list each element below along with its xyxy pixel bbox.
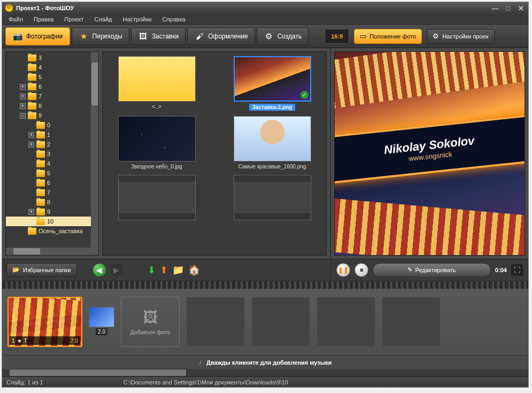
transition-duration: 2.0 [96, 328, 107, 335]
aspect-ratio[interactable]: 16:9 [325, 29, 349, 44]
main-toolbar: 📷 Фотографии ★ Переходы 🖼 Заставки 🖌 Офо… [2, 25, 528, 48]
right-panel: Nikolay Sokolov www.sngsnick ❚❚ ■ ✎ Реда… [331, 48, 528, 280]
tab-photos[interactable]: 📷 Фотографии [5, 27, 70, 45]
tree-node[interactable]: 5 [6, 168, 98, 178]
tree-node[interactable]: 8 [6, 197, 98, 207]
favorites-button[interactable]: 📂 Избранные папки [6, 263, 77, 277]
stop-button[interactable]: ■ [354, 263, 368, 277]
tree-node[interactable]: 3 [6, 53, 98, 63]
app-window: Проект1 - ФотоШОУ — □ ✕ Файл Правка Прое… [2, 2, 529, 388]
tab-splash-label: Заставки [152, 33, 179, 40]
menu-file[interactable]: Файл [4, 15, 27, 24]
menu-help[interactable]: Справка [158, 15, 189, 24]
thumbnail-item[interactable] [107, 175, 206, 222]
nav-forward-button[interactable]: ▶ [110, 264, 123, 276]
app-icon [5, 4, 13, 12]
tab-splash[interactable]: 🖼 Заставки [131, 27, 186, 45]
empty-slot[interactable] [251, 297, 310, 347]
tree-node[interactable]: +8 [6, 101, 98, 111]
thumbnail-item[interactable]: ✓Заставка-3.png [222, 56, 322, 111]
tab-create[interactable]: ⚙ Создать [257, 27, 309, 45]
filmstrip-decoration [2, 281, 528, 289]
thumbnail-item[interactable]: Самые красавые_1600.png [222, 116, 322, 169]
thumbnail-label: Звездное небо_0.jpg [131, 164, 182, 169]
tree-node[interactable]: +6 [6, 82, 98, 91]
status-path: C:\Documents and Settings\1\Мои документ… [124, 379, 288, 386]
tree-node[interactable]: Осень_заставка [6, 226, 98, 236]
folder-tree[interactable]: 345+6+7+8-90+1+2345678+910Осень_заставка [5, 51, 99, 256]
menu-slide[interactable]: Слайд [90, 15, 116, 24]
new-folder-icon[interactable]: 📁 [172, 264, 184, 276]
tree-node[interactable]: -9 [6, 111, 98, 120]
gear-icon: ⚙ [433, 32, 439, 40]
main-area: 345+6+7+8-90+1+2345678+910Осень_заставка… [2, 48, 528, 280]
edit-button[interactable]: ✎ Редактировать [373, 263, 491, 277]
music-hint: Дважды кликните для добавления музыки [206, 359, 331, 366]
tree-node[interactable]: 10 [6, 217, 98, 226]
tree-node[interactable]: +2 [6, 140, 98, 149]
add-photo-placeholder[interactable]: 🖼 Добавьте фото [121, 297, 180, 347]
star-badge-icon: ★ [17, 338, 22, 344]
menu-project[interactable]: Проект [60, 15, 88, 24]
home-icon[interactable]: 🏠 [188, 264, 200, 276]
tree-node[interactable]: 4 [6, 63, 98, 72]
tab-transitions[interactable]: ★ Переходы [72, 27, 129, 45]
thumbnail-item[interactable] [222, 175, 322, 222]
music-track[interactable]: ♪ Дважды кликните для добавления музыки [2, 355, 528, 369]
close-button[interactable]: ✕ [516, 4, 525, 12]
slides-row[interactable]: Nikolay Sokolov www.sngsnick 1 ★ T 7.0 [2, 289, 528, 355]
playback-controls: ❚❚ ■ ✎ Редактировать 0:04 ⛶ [331, 259, 528, 280]
folder-star-icon: 📂 [12, 266, 20, 273]
empty-slot[interactable] [382, 297, 441, 347]
tab-photos-label: Фотографии [26, 33, 63, 40]
tree-node[interactable]: 7 [6, 188, 98, 197]
slide-1[interactable]: Nikolay Sokolov www.sngsnick 1 ★ T 7.0 [7, 297, 82, 347]
browser-actions: 📂 Избранные папки ◀ ▶ ⬇ ⬆ 📁 🏠 [2, 259, 330, 280]
menu-settings[interactable]: Настройки [119, 15, 156, 24]
transition-1[interactable]: 2.0 [89, 307, 114, 337]
empty-slot[interactable] [317, 297, 375, 347]
photo-position-button[interactable]: ▭ Положение фото [354, 29, 422, 44]
tree-vscrollbar[interactable] [91, 52, 98, 255]
menu-edit[interactable]: Правка [29, 15, 58, 24]
fullscreen-button[interactable]: ⛶ [511, 264, 523, 276]
thumbnail-label: Самые красавые_1600.png [238, 164, 306, 169]
download-icon[interactable]: ⬇ [148, 264, 156, 276]
reel-icon: ⚙ [264, 32, 274, 41]
empty-slot[interactable] [186, 297, 245, 347]
nav-back-button[interactable]: ◀ [93, 264, 106, 276]
maximize-button[interactable]: □ [504, 4, 512, 12]
status-slide: Слайд: 1 из 1 [6, 379, 43, 386]
star-icon: ★ [79, 32, 89, 41]
thumbnail-grid: <..>✓Заставка-3.pngЗвездное небо_0.jpgСа… [102, 51, 327, 256]
thumbnail-item[interactable]: <..> [107, 56, 206, 111]
picture-icon: 🖼 [138, 32, 149, 41]
tree-node[interactable]: +1 [6, 130, 98, 140]
left-panel: 345+6+7+8-90+1+2345678+910Осень_заставка… [2, 48, 331, 280]
edit-label: Редактировать [415, 267, 456, 273]
window-title: Проект1 - ФотоШОУ [16, 5, 74, 11]
timeline: Nikolay Sokolov www.sngsnick 1 ★ T 7.0 [2, 280, 528, 376]
statusbar: Слайд: 1 из 1 C:\Documents and Settings\… [2, 376, 528, 387]
tree-node[interactable]: +9 [6, 207, 98, 217]
tree-node[interactable]: 5 [6, 72, 98, 82]
tree-node[interactable]: 3 [6, 149, 98, 159]
minimize-button[interactable]: — [491, 4, 499, 12]
menubar: Файл Правка Проект Слайд Настройки Справ… [2, 14, 528, 25]
pause-button[interactable]: ❚❚ [336, 263, 350, 277]
upload-icon[interactable]: ⬆ [160, 264, 168, 276]
tree-node[interactable]: 6 [6, 178, 98, 188]
image-placeholder-icon: 🖼 [143, 309, 158, 326]
tab-design-label: Оформление [208, 33, 248, 40]
tree-node[interactable]: 4 [6, 159, 98, 168]
tree-node[interactable]: 0 [6, 120, 98, 130]
timeline-scrollbar[interactable] [2, 369, 528, 376]
tab-create-label: Создать [277, 33, 302, 40]
tab-design[interactable]: 🖌 Оформление [187, 27, 255, 45]
playback-time: 0:04 [495, 267, 507, 273]
preview-area[interactable]: Nikolay Sokolov www.sngsnick [334, 51, 525, 256]
tree-hscrollbar[interactable] [6, 248, 91, 255]
thumbnail-item[interactable]: Звездное небо_0.jpg [107, 116, 206, 169]
project-settings-button[interactable]: ⚙ Настройки проек [427, 29, 494, 44]
tree-node[interactable]: +7 [6, 91, 98, 101]
